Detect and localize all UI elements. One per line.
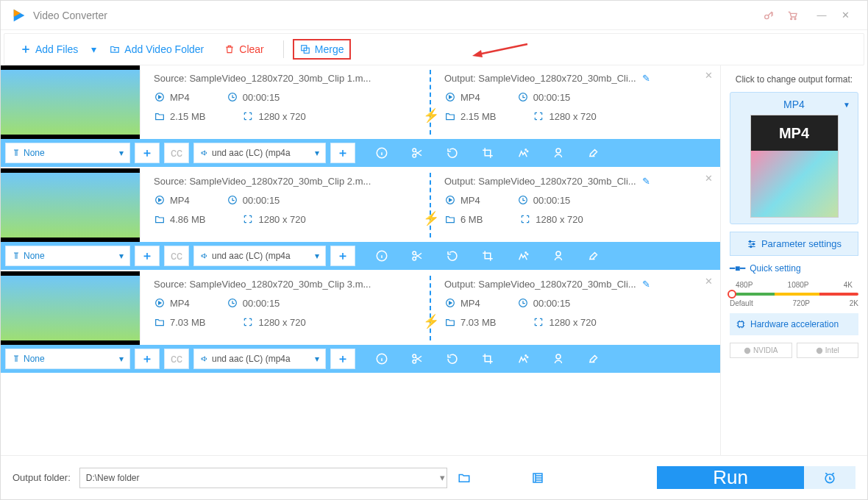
add-audio-button[interactable]: ＋ — [330, 349, 355, 369]
audio-track-select[interactable]: und aac (LC) (mp4a▾ — [193, 143, 326, 163]
edit-icon[interactable]: ✎ — [642, 176, 650, 187]
output-info: Output: SampleVideo_1280x720_30mb_Cli...… — [431, 65, 720, 139]
edit-icon[interactable]: ✎ — [642, 279, 650, 290]
add-subtitle-button[interactable]: ＋ — [135, 246, 160, 266]
effects-icon[interactable] — [516, 249, 530, 263]
folder-icon — [154, 213, 166, 225]
resolution-icon — [242, 316, 254, 328]
hardware-accel-button[interactable]: Hardware acceleration — [730, 313, 858, 335]
resolution-icon — [519, 213, 531, 225]
format-thumbnail: MP4 — [750, 115, 839, 218]
output-format-card[interactable]: MP4▼ MP4 — [730, 92, 858, 224]
minimize-button[interactable]: — — [810, 10, 833, 21]
svg-point-2 — [794, 18, 796, 19]
subtitle-edit-icon[interactable] — [586, 249, 601, 263]
scissors-icon[interactable] — [410, 249, 424, 263]
subtitle-select[interactable]: None▾ — [5, 349, 130, 369]
subtitle-edit-icon[interactable] — [586, 146, 601, 160]
add-audio-button[interactable]: ＋ — [330, 246, 355, 266]
chevron-down-icon[interactable]: ▾ — [440, 472, 445, 483]
format-icon — [154, 194, 166, 206]
schedule-button[interactable] — [804, 466, 855, 489]
remove-clip-button[interactable]: ✕ — [705, 173, 713, 184]
edit-icon[interactable]: ✎ — [642, 73, 650, 84]
browse-folder-button[interactable] — [454, 468, 474, 488]
add-files-dropdown[interactable]: ▾ — [88, 39, 99, 60]
remove-clip-button[interactable]: ✕ — [705, 70, 713, 81]
clear-button[interactable]: Clear — [214, 39, 274, 60]
watermark-icon[interactable] — [551, 249, 566, 263]
tick-label: 2K — [850, 299, 858, 307]
watermark-icon[interactable] — [551, 146, 566, 160]
cc-button[interactable]: cc — [164, 143, 189, 163]
remove-clip-button[interactable]: ✕ — [705, 276, 713, 287]
audio-track-select[interactable]: und aac (LC) (mp4a▾ — [193, 246, 326, 266]
sliders-icon — [747, 239, 757, 249]
svg-point-38 — [753, 243, 754, 244]
format-icon — [444, 91, 456, 103]
scissors-icon[interactable] — [410, 351, 424, 366]
cc-button[interactable]: cc — [164, 349, 189, 369]
clip-thumbnail[interactable] — [1, 65, 140, 139]
clock-icon — [517, 194, 529, 206]
audio-track-select[interactable]: und aac (LC) (mp4a▾ — [193, 349, 326, 369]
clip-thumbnail[interactable] — [1, 168, 140, 242]
tick-label: Default — [730, 299, 753, 307]
subtitle-select[interactable]: None▾ — [5, 246, 130, 266]
output-info: Output: SampleVideo_1280x720_30mb_Cli...… — [431, 168, 720, 242]
svg-point-16 — [556, 149, 561, 153]
crop-icon[interactable] — [480, 146, 495, 160]
scissors-icon[interactable] — [410, 146, 424, 160]
rotate-icon[interactable] — [445, 249, 460, 263]
run-button[interactable]: Run — [657, 466, 804, 489]
folder-icon — [444, 213, 456, 225]
parameter-settings-label: Parameter settings — [761, 238, 842, 249]
lightning-icon: ⚡ — [423, 107, 439, 124]
effects-icon[interactable] — [516, 146, 530, 160]
parameter-settings-button[interactable]: Parameter settings — [730, 232, 858, 256]
gpu-chip: NVIDIA — [730, 343, 792, 358]
output-path: Output: SampleVideo_1280x720_30mb_Cli...… — [444, 73, 707, 84]
add-subtitle-button[interactable]: ＋ — [135, 143, 160, 163]
clock-icon — [227, 91, 238, 103]
rotate-icon[interactable] — [445, 351, 460, 366]
add-files-button[interactable]: Add Files — [10, 39, 88, 60]
subtitle-select[interactable]: None▾ — [5, 143, 130, 163]
watermark-icon[interactable] — [551, 351, 566, 366]
info-icon[interactable] — [374, 249, 389, 263]
merge-button[interactable]: Merge — [293, 39, 352, 60]
svg-rect-40 — [739, 322, 744, 327]
close-button[interactable]: ✕ — [833, 10, 857, 21]
conversion-divider: ⚡ — [430, 70, 431, 135]
clock-icon — [227, 297, 238, 309]
add-folder-button[interactable]: Add Video Folder — [99, 39, 214, 60]
clip-thumbnail[interactable] — [1, 271, 140, 345]
toolbar-divider — [283, 40, 284, 58]
run-label: Run — [713, 466, 748, 489]
filter-button[interactable] — [527, 468, 548, 488]
key-icon[interactable] — [763, 10, 786, 21]
format-icon — [154, 297, 166, 309]
output-folder-label: Output folder: — [13, 472, 71, 483]
subtitle-edit-icon[interactable] — [586, 351, 601, 366]
rotate-icon[interactable] — [445, 146, 460, 160]
svg-point-41 — [744, 347, 750, 353]
clip-row: Source: SampleVideo_1280x720_30mb_Clip 2… — [1, 168, 720, 270]
add-audio-button[interactable]: ＋ — [330, 143, 355, 163]
crop-icon[interactable] — [480, 351, 495, 366]
output-folder-input[interactable] — [79, 468, 447, 488]
hardware-accel-label: Hardware acceleration — [750, 319, 839, 329]
add-subtitle-button[interactable]: ＋ — [135, 349, 160, 369]
chevron-down-icon: ▼ — [843, 101, 850, 109]
cc-button[interactable]: cc — [164, 246, 189, 266]
info-icon[interactable] — [374, 146, 389, 160]
conversion-divider: ⚡ — [430, 173, 431, 238]
svg-point-14 — [525, 149, 527, 151]
cart-icon[interactable] — [786, 10, 810, 21]
info-icon[interactable] — [374, 351, 389, 366]
crop-icon[interactable] — [480, 249, 495, 263]
quality-slider[interactable]: 480P1080P4K Default720P2K — [730, 281, 858, 306]
svg-point-0 — [765, 15, 769, 18]
effects-icon[interactable] — [516, 351, 530, 366]
svg-point-15 — [527, 151, 528, 152]
